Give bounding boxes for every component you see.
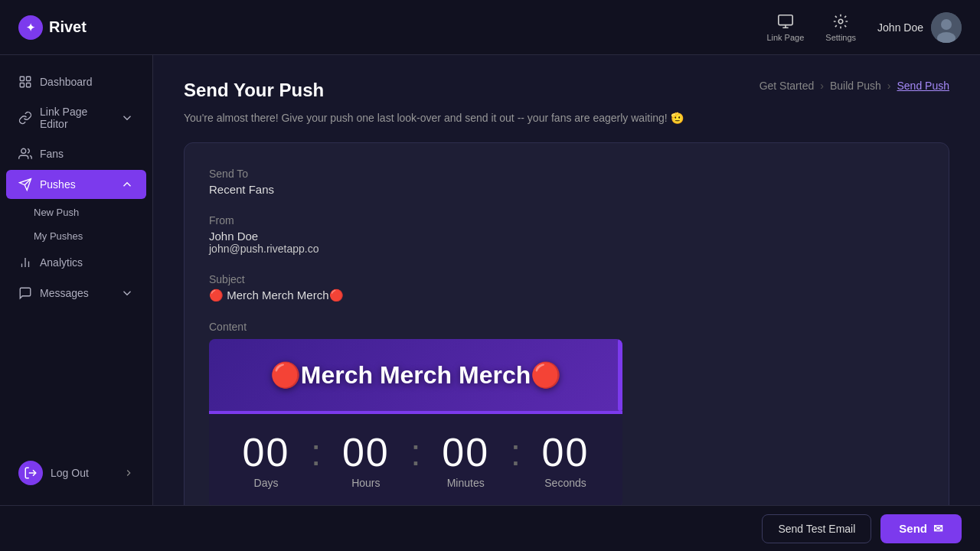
sidebar-item-link-page-editor[interactable]: Link Page Editor <box>6 98 146 138</box>
sidebar-item-fans[interactable]: Fans <box>6 139 146 168</box>
sidebar-item-pushes[interactable]: Pushes <box>6 170 146 199</box>
link-page-button[interactable]: Link Page <box>766 13 804 42</box>
countdown-days-value: 00 <box>224 432 308 472</box>
send-label: Send <box>899 522 927 535</box>
sidebar-item-messages[interactable]: Messages <box>6 279 146 308</box>
logo: ✦ Rivet <box>18 15 87 40</box>
breadcrumb-sep-1: › <box>820 80 824 92</box>
sidebar-item-my-pushes[interactable]: My Pushes <box>0 224 152 248</box>
header: ✦ Rivet Link Page Settings John Doe <box>0 0 980 55</box>
send-to-value: Recent Fans <box>209 183 924 196</box>
send-test-email-button[interactable]: Send Test Email <box>762 514 871 543</box>
avatar <box>931 12 962 43</box>
svg-rect-5 <box>20 77 24 80</box>
countdown-hours-value: 00 <box>324 432 407 472</box>
header-right: Link Page Settings John Doe <box>766 12 962 43</box>
countdown-minutes: 00 Minutes <box>424 432 508 489</box>
sidebar-item-messages-label: Messages <box>40 287 89 299</box>
sidebar-item-dashboard-label: Dashboard <box>40 76 93 88</box>
subject-value: 🔴 Merch Merch Merch🔴 <box>209 289 924 302</box>
new-push-label: New Push <box>34 207 79 218</box>
link-page-label: Link Page <box>766 33 804 42</box>
email-title: 🔴Merch Merch Merch🔴 <box>234 360 598 390</box>
settings-label: Settings <box>825 33 856 42</box>
from-name: John Doe <box>209 230 924 243</box>
sidebar-item-fans-label: Fans <box>40 148 64 160</box>
sidebar-item-link-page-label: Link Page Editor <box>40 106 113 130</box>
svg-rect-0 <box>779 15 792 24</box>
countdown-minutes-value: 00 <box>424 432 508 472</box>
from-label: From <box>209 214 924 227</box>
breadcrumb-build-push[interactable]: Build Push <box>830 80 881 92</box>
countdown: 00 Days : 00 Hours : 00 Minutes <box>209 414 622 505</box>
countdown-seconds-value: 00 <box>524 432 607 472</box>
logo-text: Rivet <box>49 18 87 36</box>
user-info: John Doe <box>877 12 962 43</box>
layout: Dashboard Link Page Editor Fans Pushes N… <box>0 55 980 505</box>
sep-2: : <box>410 435 420 487</box>
svg-point-3 <box>941 19 952 30</box>
send-to-group: Send To Recent Fans <box>209 168 924 196</box>
push-card: Send To Recent Fans From John Doe john@p… <box>184 142 949 505</box>
bottom-bar: Send Test Email Send ✉ <box>0 505 980 551</box>
sidebar-item-dashboard[interactable]: Dashboard <box>6 67 146 96</box>
countdown-days-label: Days <box>224 477 308 489</box>
page-subtitle: You're almost there! Give your push one … <box>184 112 949 124</box>
from-email: john@push.rivetapp.co <box>209 243 924 255</box>
breadcrumb-sep-2: › <box>887 80 891 92</box>
email-preview: 🔴Merch Merch Merch🔴 00 Days : 00 Hours <box>209 339 622 505</box>
logout-button[interactable]: Log Out <box>6 453 146 493</box>
sidebar-sub-pushes: New Push My Pushes <box>0 201 152 248</box>
breadcrumb: Get Started › Build Push › Send Push <box>760 80 949 92</box>
content-group: Content 🔴Merch Merch Merch🔴 00 Days : <box>209 321 924 505</box>
countdown-days: 00 Days <box>224 432 308 489</box>
countdown-minutes-label: Minutes <box>424 477 508 489</box>
send-button[interactable]: Send ✉ <box>880 514 962 543</box>
countdown-hours: 00 Hours <box>324 432 407 489</box>
sidebar-item-pushes-label: Pushes <box>40 178 76 191</box>
email-header: 🔴Merch Merch Merch🔴 <box>209 339 622 414</box>
svg-rect-8 <box>27 83 31 87</box>
logout-icon <box>18 461 43 485</box>
svg-point-9 <box>21 148 26 153</box>
send-icon: ✉ <box>933 522 943 536</box>
from-group: From John Doe john@push.rivetapp.co <box>209 214 924 255</box>
logo-icon: ✦ <box>18 15 43 40</box>
settings-button[interactable]: Settings <box>825 13 856 42</box>
sidebar-item-new-push[interactable]: New Push <box>0 201 152 224</box>
subject-group: Subject 🔴 Merch Merch Merch🔴 <box>209 273 924 302</box>
svg-rect-6 <box>27 77 31 80</box>
sidebar: Dashboard Link Page Editor Fans Pushes N… <box>0 55 153 505</box>
user-name: John Doe <box>877 21 923 34</box>
sidebar-item-analytics-label: Analytics <box>40 256 83 269</box>
countdown-hours-label: Hours <box>324 477 407 489</box>
subject-label: Subject <box>209 273 924 285</box>
breadcrumb-send-push: Send Push <box>897 80 950 92</box>
send-to-label: Send To <box>209 168 924 180</box>
sep-1: : <box>311 435 321 487</box>
page-title: Send Your Push <box>184 80 324 101</box>
svg-rect-7 <box>20 83 24 87</box>
main-content: Send Your Push Get Started › Build Push … <box>153 55 980 505</box>
logout-label: Log Out <box>51 467 89 479</box>
sep-3: : <box>511 435 521 487</box>
scroll-indicator <box>618 339 622 411</box>
countdown-seconds: 00 Seconds <box>524 432 607 489</box>
breadcrumb-get-started[interactable]: Get Started <box>760 80 815 92</box>
svg-point-1 <box>838 19 843 24</box>
content-label: Content <box>209 321 924 333</box>
sidebar-item-analytics[interactable]: Analytics <box>6 248 146 277</box>
my-pushes-label: My Pushes <box>34 230 83 242</box>
countdown-seconds-label: Seconds <box>524 477 607 489</box>
